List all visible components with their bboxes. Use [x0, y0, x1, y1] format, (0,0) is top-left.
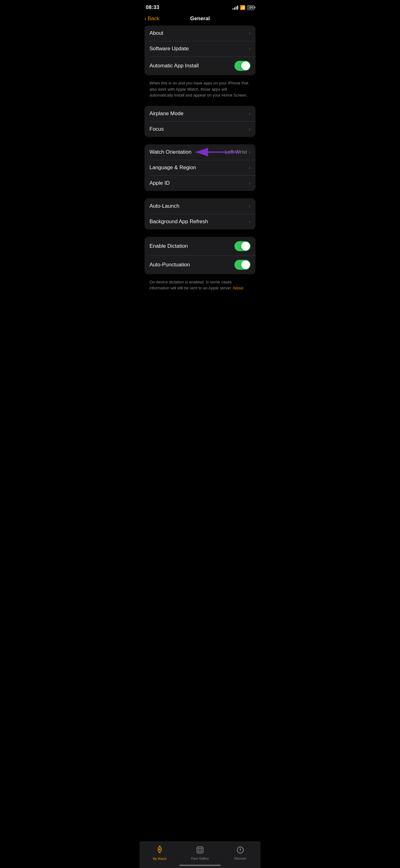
- back-label: Back: [147, 16, 159, 22]
- section-watch-settings: Watch Orientation Left Wrist › Language …: [144, 144, 256, 191]
- automatic-app-install-row[interactable]: Automatic App Install: [144, 57, 256, 75]
- about-row[interactable]: About ›: [144, 26, 256, 41]
- software-update-row[interactable]: Software Update ›: [144, 41, 256, 57]
- background-app-refresh-label: Background App Refresh: [149, 219, 249, 225]
- settings-content: About › Software Update › Automatic App …: [139, 26, 261, 327]
- language-region-chevron-icon: ›: [249, 165, 251, 170]
- about-label: About: [149, 30, 249, 36]
- auto-punctuation-toggle-thumb: [241, 260, 250, 269]
- status-bar: 08:33 📶 100: [139, 0, 261, 13]
- watch-orientation-value: Left Wrist: [225, 149, 247, 155]
- focus-chevron-icon: ›: [249, 126, 251, 132]
- watch-orientation-row[interactable]: Watch Orientation Left Wrist ›: [144, 144, 256, 160]
- watch-orientation-label: Watch Orientation: [149, 149, 225, 155]
- toggle-thumb: [241, 61, 250, 70]
- dictation-description: On-device dictation is enabled. In some …: [144, 277, 256, 296]
- apple-id-row[interactable]: Apple ID ›: [144, 176, 256, 191]
- software-update-chevron-icon: ›: [249, 46, 251, 52]
- signal-icon: [233, 5, 238, 10]
- automatic-app-install-label: Automatic App Install: [149, 63, 234, 69]
- auto-launch-chevron-icon: ›: [249, 203, 251, 209]
- section-app-behavior: Auto-Launch › Background App Refresh ›: [144, 198, 256, 229]
- nav-header: ‹ Back General: [139, 13, 261, 26]
- automatic-app-install-description: When this is on and you have apps on you…: [144, 78, 256, 103]
- automatic-app-install-toggle[interactable]: [234, 61, 251, 71]
- airplane-mode-label: Airplane Mode: [149, 111, 249, 117]
- status-time: 08:33: [146, 4, 159, 10]
- airplane-mode-row[interactable]: Airplane Mode ›: [144, 106, 256, 121]
- about-chevron-icon: ›: [249, 30, 251, 36]
- focus-row[interactable]: Focus ›: [144, 121, 256, 137]
- enable-dictation-label: Enable Dictation: [149, 243, 234, 249]
- back-button[interactable]: ‹ Back: [144, 16, 159, 22]
- watch-orientation-chevron-icon: ›: [249, 149, 251, 155]
- language-region-label: Language & Region: [149, 164, 249, 171]
- auto-launch-label: Auto-Launch: [149, 203, 249, 209]
- apple-id-label: Apple ID: [149, 180, 249, 186]
- battery-icon: 100: [247, 5, 254, 10]
- focus-label: Focus: [149, 126, 249, 132]
- auto-launch-row[interactable]: Auto-Launch ›: [144, 198, 256, 214]
- enable-dictation-toggle-thumb: [241, 242, 250, 251]
- section-dictation: Enable Dictation Auto-Punctuation: [144, 237, 256, 274]
- section-connectivity: Airplane Mode › Focus ›: [144, 106, 256, 137]
- back-chevron-icon: ‹: [144, 16, 146, 22]
- page-title: General: [190, 16, 210, 22]
- language-region-row[interactable]: Language & Region ›: [144, 160, 256, 176]
- auto-punctuation-row[interactable]: Auto-Punctuation: [144, 255, 256, 274]
- wifi-icon: 📶: [240, 5, 245, 10]
- dictation-about-link[interactable]: About: [233, 286, 243, 290]
- airplane-mode-chevron-icon: ›: [249, 111, 251, 116]
- auto-punctuation-label: Auto-Punctuation: [149, 262, 234, 268]
- background-app-refresh-row[interactable]: Background App Refresh ›: [144, 214, 256, 229]
- apple-id-chevron-icon: ›: [249, 180, 251, 186]
- software-update-label: Software Update: [149, 45, 249, 52]
- section-general-info: About › Software Update › Automatic App …: [144, 26, 256, 75]
- status-icons: 📶 100: [233, 5, 254, 10]
- background-app-refresh-chevron-icon: ›: [249, 219, 251, 224]
- enable-dictation-toggle[interactable]: [234, 241, 251, 251]
- auto-punctuation-toggle[interactable]: [234, 260, 251, 270]
- enable-dictation-row[interactable]: Enable Dictation: [144, 237, 256, 255]
